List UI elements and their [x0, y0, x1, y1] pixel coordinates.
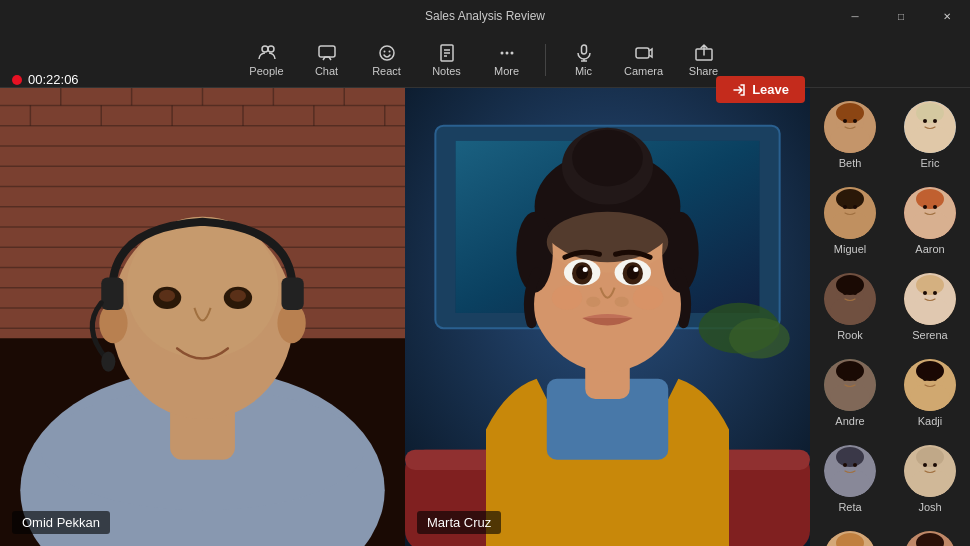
svg-rect-58	[281, 278, 303, 310]
participant-kadji[interactable]: Kadji	[890, 350, 970, 436]
avatar-lila	[824, 531, 876, 546]
participant-name-serena: Serena	[912, 329, 947, 341]
participant-name-andre: Andre	[835, 415, 864, 427]
participant-serena[interactable]: Serena	[890, 264, 970, 350]
participant-lila[interactable]: Lila	[810, 522, 890, 546]
svg-point-77	[547, 212, 669, 273]
toolbar-more[interactable]: More	[481, 36, 533, 84]
svg-point-93	[830, 125, 870, 153]
minimize-button[interactable]: ─	[832, 0, 878, 32]
svg-point-95	[853, 119, 857, 123]
avatar-rook	[824, 273, 876, 325]
people-label: People	[249, 65, 283, 77]
svg-point-118	[843, 291, 847, 295]
omid-video	[0, 88, 405, 546]
notes-label: Notes	[432, 65, 461, 77]
svg-point-86	[586, 297, 600, 307]
svg-point-147	[910, 469, 950, 497]
toolbar-chat[interactable]: Chat	[301, 36, 353, 84]
svg-point-142	[843, 463, 847, 467]
svg-rect-2	[319, 46, 335, 57]
close-button[interactable]: ✕	[924, 0, 970, 32]
recording-timer: 00:22:06	[28, 72, 79, 87]
svg-point-50	[127, 217, 279, 359]
toolbar-mic[interactable]: Mic	[558, 36, 610, 84]
svg-point-116	[836, 275, 864, 295]
main-video-area: Omid Pekkan	[0, 88, 810, 546]
svg-rect-57	[101, 278, 123, 310]
avatar-beth	[824, 101, 876, 153]
svg-point-125	[933, 291, 937, 295]
svg-point-74	[572, 130, 643, 187]
participant-josh[interactable]: Josh	[890, 436, 970, 522]
leave-button[interactable]: Leave	[716, 76, 805, 103]
svg-point-12	[510, 51, 513, 54]
participant-miguel[interactable]: Miguel	[810, 178, 890, 264]
svg-point-98	[916, 103, 944, 123]
svg-point-110	[916, 189, 944, 209]
svg-point-84	[583, 267, 588, 272]
svg-point-85	[633, 267, 638, 272]
participant-reta[interactable]: Reta	[810, 436, 890, 522]
svg-point-99	[910, 125, 950, 153]
people-icon	[257, 43, 277, 63]
svg-point-5	[388, 50, 390, 52]
participant-rook[interactable]: Rook	[810, 264, 890, 350]
omid-name-label: Omid Pekkan	[12, 511, 110, 534]
share-label: Share	[689, 65, 718, 77]
participant-aaron[interactable]: Aaron	[890, 178, 970, 264]
toolbar: 00:22:06 People Chat	[0, 32, 970, 88]
avatar-aaron	[904, 187, 956, 239]
recording-dot	[12, 75, 22, 85]
mic-label: Mic	[575, 65, 592, 77]
svg-point-129	[830, 383, 870, 411]
participant-name-rook: Rook	[837, 329, 863, 341]
svg-point-141	[830, 469, 870, 497]
participant-jessica[interactable]: Jessica	[890, 522, 970, 546]
react-label: React	[372, 65, 401, 77]
participant-andre[interactable]: Andre	[810, 350, 890, 436]
avatar-josh	[904, 445, 956, 497]
svg-point-131	[853, 377, 857, 381]
camera-icon	[634, 43, 654, 63]
svg-point-136	[923, 377, 927, 381]
svg-point-55	[159, 290, 175, 302]
title-bar: Sales Analysis Review ─ □ ✕	[0, 0, 970, 32]
avatar-serena	[904, 273, 956, 325]
svg-rect-16	[636, 48, 649, 58]
toolbar-react[interactable]: React	[361, 36, 413, 84]
maximize-button[interactable]: □	[878, 0, 924, 32]
chat-icon	[317, 43, 337, 63]
avatar-reta	[824, 445, 876, 497]
svg-point-128	[836, 361, 864, 381]
svg-point-149	[933, 463, 937, 467]
svg-point-148	[923, 463, 927, 467]
svg-point-106	[843, 205, 847, 209]
camera-label: Camera	[624, 65, 663, 77]
participant-name-beth: Beth	[839, 157, 862, 169]
chat-label: Chat	[315, 65, 338, 77]
svg-point-10	[500, 51, 503, 54]
avatar-kadji	[904, 359, 956, 411]
svg-point-105	[830, 211, 870, 239]
participant-name-aaron: Aaron	[915, 243, 944, 255]
svg-point-0	[262, 46, 268, 52]
toolbar-people[interactable]: People	[241, 36, 293, 84]
video-tile-omid: Omid Pekkan	[0, 88, 405, 546]
participant-beth[interactable]: Beth	[810, 92, 890, 178]
svg-point-88	[552, 286, 582, 310]
svg-point-113	[933, 205, 937, 209]
participant-eric[interactable]: Eric	[890, 92, 970, 178]
toolbar-notes[interactable]: Notes	[421, 36, 473, 84]
svg-point-87	[615, 297, 629, 307]
svg-point-119	[853, 291, 857, 295]
marta-name-label: Marta Cruz	[417, 511, 501, 534]
toolbar-camera[interactable]: Camera	[618, 36, 670, 84]
recording-indicator: 00:22:06	[12, 72, 79, 87]
more-icon	[497, 43, 517, 63]
more-label: More	[494, 65, 519, 77]
svg-point-140	[836, 447, 864, 467]
avatar-eric	[904, 101, 956, 153]
window-title: Sales Analysis Review	[425, 9, 545, 23]
svg-point-107	[853, 205, 857, 209]
